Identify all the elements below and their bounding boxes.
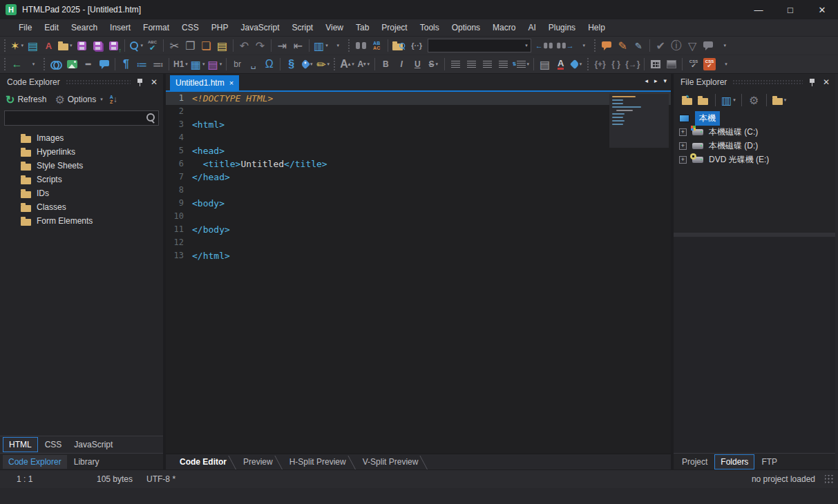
format-painter-button[interactable]: ✏▾ (315, 56, 331, 72)
bold-button[interactable]: B (378, 56, 394, 72)
options-button[interactable]: Options (68, 95, 96, 104)
align-right-button[interactable] (479, 56, 495, 72)
ai-chat-button[interactable] (599, 37, 615, 54)
view-tab-preview[interactable]: Preview (236, 454, 283, 469)
find-in-files-button[interactable] (391, 37, 409, 54)
menu-macro[interactable]: Macro (486, 21, 522, 35)
resize-grip[interactable] (825, 475, 834, 484)
menu-plugins[interactable]: Plugins (542, 21, 582, 35)
insert-hyperlink-button[interactable] (48, 56, 64, 72)
new-folder-button[interactable]: ＋ (695, 92, 711, 108)
spellcheck-button[interactable]: ABC✔ (144, 37, 160, 54)
replace-button[interactable]: ABAC (369, 37, 385, 54)
insert-nbsp-button[interactable]: ␣ (245, 56, 261, 72)
panel-tab-ftp[interactable]: FTP (756, 455, 783, 469)
tab-list-icon[interactable]: ▾ (663, 77, 667, 84)
edit-button[interactable]: ✎ (631, 37, 647, 54)
feedback-button[interactable] (701, 37, 716, 54)
paste-special-button[interactable]: ▤ (214, 37, 230, 54)
menu-project[interactable]: Project (375, 21, 413, 35)
unordered-list-button[interactable]: ≔ (134, 56, 150, 72)
underline-button[interactable]: U (410, 56, 426, 72)
tree-item-drive-c[interactable]: + 本機磁碟 (C:) (674, 125, 835, 139)
navigate-options-button[interactable]: ▾ (25, 56, 41, 72)
tree-item-drive-e[interactable]: + DVD 光碟機 (E:) (674, 153, 835, 166)
view-tab-code-editor[interactable]: Code Editor (173, 454, 236, 469)
increase-font-button[interactable]: A▴▾ (339, 56, 356, 72)
line-spacing-button[interactable]: ⇅▾ (511, 56, 531, 72)
cut-button[interactable]: ✂ (166, 37, 182, 54)
menu-insert[interactable]: Insert (104, 21, 137, 35)
panel-tab-project[interactable]: Project (676, 455, 713, 469)
fe-settings-button[interactable]: ⚙ (746, 92, 762, 108)
new-from-gallery-button[interactable]: A (41, 37, 57, 54)
gradient-fill-button[interactable] (663, 56, 679, 72)
find-next-button[interactable]: → (555, 37, 575, 54)
snippet-button[interactable]: { } (608, 56, 624, 72)
strikethrough-button[interactable]: S▾ (426, 56, 441, 72)
menu-script[interactable]: Script (286, 21, 320, 35)
expand-icon[interactable]: + (679, 128, 687, 136)
search-options-button[interactable]: ▾ (575, 37, 591, 54)
div-box-button[interactable]: ▤ (537, 56, 553, 72)
new-from-template-button[interactable]: ▤ (25, 37, 41, 54)
gear-icon[interactable]: ⚙ (55, 93, 64, 106)
pin-icon[interactable] (808, 78, 816, 87)
insert-paragraph-button[interactable]: ¶ (118, 56, 134, 72)
tree-item-scripts[interactable]: Scripts (0, 173, 163, 186)
tree-item-images[interactable]: Images (0, 131, 163, 145)
code-minimap[interactable] (609, 94, 669, 148)
view-tab-v-split-preview[interactable]: V-Split Preview (356, 454, 428, 469)
info-button[interactable]: ⓘ (669, 37, 685, 54)
save-upload-button[interactable]: → (106, 37, 122, 54)
menu-css[interactable]: CSS (175, 21, 205, 35)
menu-php[interactable]: PHP (205, 21, 235, 35)
align-left-button[interactable] (448, 56, 464, 72)
document-tab[interactable]: Untitled1.htm × (170, 75, 239, 90)
panel-close-icon[interactable]: ✕ (823, 77, 830, 87)
browser-preview-button[interactable]: ▥▾ (312, 37, 330, 54)
filter-button[interactable]: ▽ (685, 37, 701, 54)
ai-write-button[interactable]: ✎ (615, 37, 631, 54)
insert-script-button[interactable]: § (283, 56, 299, 72)
tree-item-computer[interactable]: 本機 (674, 111, 835, 125)
snippet-insert-button[interactable]: {→} (624, 56, 641, 72)
quick-search-input[interactable]: ▾ (428, 39, 531, 52)
refresh-icon[interactable]: ↻ (6, 93, 15, 106)
regex-search-button[interactable]: {··} (409, 37, 425, 54)
tree-item-classes[interactable]: Classes (0, 200, 163, 214)
menu-tools[interactable]: Tools (414, 21, 446, 35)
insert-symbol-button[interactable]: Ω (261, 56, 277, 72)
find-button[interactable] (353, 37, 369, 54)
redo-button[interactable]: ↷ (252, 37, 268, 54)
menu-tab[interactable]: Tab (350, 21, 375, 35)
menu-format[interactable]: Format (137, 21, 175, 35)
menu-options[interactable]: Options (446, 21, 486, 35)
code-editor[interactable]: 1<!DOCTYPE HTML> 2 3<html> 4 5<head> 6 <… (166, 92, 671, 454)
align-justify-button[interactable] (495, 56, 511, 72)
toolbar-overflow-button[interactable]: ▾ (330, 37, 345, 54)
find-previous-button[interactable]: ← (534, 37, 555, 54)
tab-scroll-left-icon[interactable]: ◂ (645, 77, 648, 84)
menu-file[interactable]: File (12, 21, 38, 35)
undo-button[interactable]: ↶ (236, 37, 252, 54)
insert-hr-button[interactable]: ━ (80, 56, 96, 72)
tab-scroll-right-icon[interactable]: ▸ (654, 77, 658, 84)
menu-view[interactable]: View (319, 21, 350, 35)
indent-button[interactable]: ⇥ (274, 37, 290, 54)
insert-form-button[interactable]: ▤▾ (207, 56, 224, 72)
lang-tab-javascript[interactable]: JavaScript (68, 438, 118, 452)
panel-tab-folders[interactable]: Folders (714, 454, 754, 469)
insert-br-button[interactable]: br (229, 56, 245, 72)
snippet-add-button[interactable]: {+} (592, 56, 608, 72)
minimize-button[interactable]: — (743, 0, 774, 19)
maximize-button[interactable]: □ (774, 0, 806, 19)
panel-tab-library[interactable]: Library (68, 455, 105, 469)
tree-item-drive-d[interactable]: + 本機磁碟 (D:) (674, 139, 835, 153)
tree-item-form-elements[interactable]: Form Elements (0, 214, 163, 228)
save-all-button[interactable] (90, 37, 106, 54)
menu-search[interactable]: Search (65, 21, 104, 35)
table-border-button[interactable] (647, 56, 663, 72)
css-check-button[interactable]: CSS✔ (685, 56, 701, 72)
close-button[interactable]: ✕ (806, 0, 838, 19)
